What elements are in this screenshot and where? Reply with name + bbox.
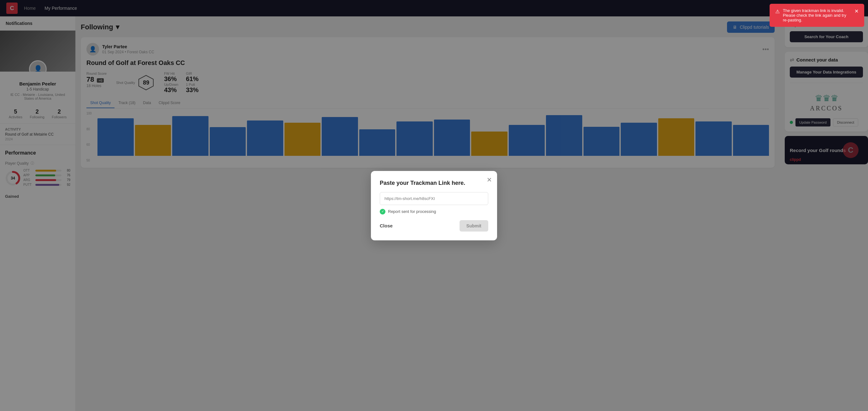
warning-icon: ⚠ — [775, 8, 780, 14]
success-text: Report sent for processing — [388, 209, 436, 214]
error-banner-message: The given trackman link is invalid. Plea… — [783, 8, 851, 22]
modal-footer: Close Submit — [380, 220, 488, 231]
trackman-modal: Paste your Trackman Link here. ✕ ✓ Repor… — [371, 171, 497, 240]
error-banner: ⚠ The given trackman link is invalid. Pl… — [770, 4, 864, 27]
modal-success-message: ✓ Report sent for processing — [380, 209, 488, 215]
modal-submit-button[interactable]: Submit — [460, 220, 488, 231]
modal-close-icon[interactable]: ✕ — [487, 176, 492, 184]
close-icon[interactable]: ✕ — [855, 8, 859, 14]
trackman-url-input[interactable] — [380, 192, 488, 205]
success-check-icon: ✓ — [380, 209, 385, 215]
modal-title: Paste your Trackman Link here. — [380, 180, 488, 186]
modal-close-button[interactable]: Close — [380, 223, 393, 228]
modal-overlay[interactable]: Paste your Trackman Link here. ✕ ✓ Repor… — [0, 0, 868, 411]
